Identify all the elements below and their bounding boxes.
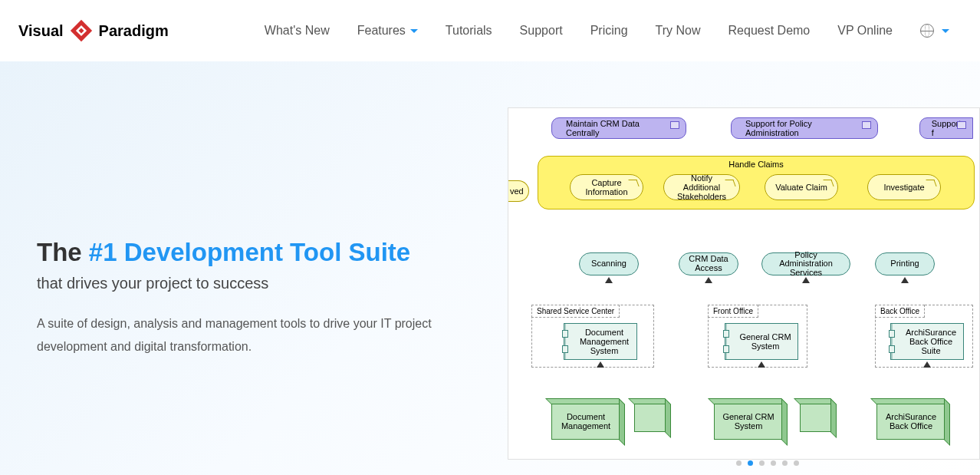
nav-label: VP Online <box>837 24 893 38</box>
service-box: CRM Data Access <box>679 252 738 275</box>
nav-label: Features <box>357 24 406 38</box>
node-box-small <box>634 403 666 432</box>
carousel-dot[interactable] <box>771 460 776 466</box>
brand-text-left: Visual <box>18 22 64 40</box>
hero-subtitle: that drives your project to success <box>37 275 490 292</box>
mission-box: Maintain CRM Data Centrally <box>551 117 686 139</box>
process-box: ved <box>508 180 529 202</box>
triangle-icon <box>705 277 712 283</box>
service-box: Printing <box>875 252 935 275</box>
app-group-label: Shared Service Center <box>531 305 620 318</box>
chevron-down-icon <box>410 29 418 33</box>
brand-diamond-icon <box>68 18 94 44</box>
nav-support[interactable]: Support <box>520 24 563 38</box>
top-nav: Visual Paradigm What's New Features Tuto… <box>0 0 980 61</box>
node-box: Document Management <box>551 403 620 440</box>
process-box: Valuate Claim <box>765 174 838 200</box>
nav-features[interactable]: Features <box>357 24 418 38</box>
nav-label: Pricing <box>590 24 628 38</box>
node-box: ArchiSurance Back Office <box>876 403 945 440</box>
app-group-label: Front Office <box>708 305 758 318</box>
nav-try-now[interactable]: Try Now <box>656 24 701 38</box>
node-box-small <box>800 403 832 432</box>
process-group-title: Handle Claims <box>728 160 784 169</box>
carousel-dot[interactable] <box>782 460 788 466</box>
globe-icon <box>920 24 934 38</box>
nav-label: Try Now <box>656 24 701 38</box>
triangle-icon <box>605 277 613 283</box>
carousel-dot[interactable] <box>794 460 799 466</box>
hero-description: A suite of design, analysis and manageme… <box>37 312 466 359</box>
nav-label: Request Demo <box>728 24 811 38</box>
process-box: Notify Additional Stakeholders <box>663 174 740 200</box>
hero-copy: The #1 Development Tool Suite that drive… <box>0 61 490 475</box>
triangle-icon <box>802 277 810 283</box>
mission-box: Support for Policy Administration <box>731 117 878 139</box>
app-group-label: Back Office <box>875 305 925 318</box>
brand-logo[interactable]: Visual Paradigm <box>18 18 169 44</box>
carousel-dot[interactable] <box>748 460 753 466</box>
nav-items: What's New Features Tutorials Support Pr… <box>265 24 949 38</box>
triangle-icon <box>758 361 765 368</box>
nav-request-demo[interactable]: Request Demo <box>728 24 811 38</box>
nav-label: Tutorials <box>446 24 492 38</box>
triangle-icon <box>597 361 604 368</box>
nav-vp-online[interactable]: VP Online <box>837 24 893 38</box>
nav-whats-new[interactable]: What's New <box>265 24 330 38</box>
hero-section: The #1 Development Tool Suite that drive… <box>0 61 980 475</box>
hero-title-prefix: The <box>37 238 89 266</box>
triangle-icon <box>923 361 931 368</box>
brand-text-right: Paradigm <box>99 22 169 40</box>
app-box: Document Management System <box>564 323 637 360</box>
carousel-dot[interactable] <box>736 460 742 466</box>
app-box: ArchiSurance Back Office Suite <box>890 323 964 360</box>
service-box: Scanning <box>579 252 639 275</box>
hero-diagram: Maintain CRM Data Centrally Support for … <box>508 107 980 460</box>
process-box: Capture Information <box>570 174 643 200</box>
nav-tutorials[interactable]: Tutorials <box>446 24 492 38</box>
language-switcher[interactable] <box>920 24 949 38</box>
hero-title: The #1 Development Tool Suite <box>37 238 490 267</box>
mission-box: Support f <box>919 117 973 139</box>
app-box: General CRM System <box>725 323 798 360</box>
chevron-down-icon <box>942 29 949 33</box>
triangle-icon <box>901 277 909 283</box>
node-box: General CRM System <box>714 403 783 440</box>
process-box: Investigate <box>867 174 941 200</box>
nav-label: Support <box>520 24 563 38</box>
service-box: Policy Administration Services <box>761 252 850 275</box>
nav-pricing[interactable]: Pricing <box>590 24 628 38</box>
carousel-dots <box>736 460 799 466</box>
hero-title-accent: #1 Development Tool Suite <box>89 238 410 266</box>
nav-label: What's New <box>265 24 330 38</box>
carousel-dot[interactable] <box>759 460 765 466</box>
